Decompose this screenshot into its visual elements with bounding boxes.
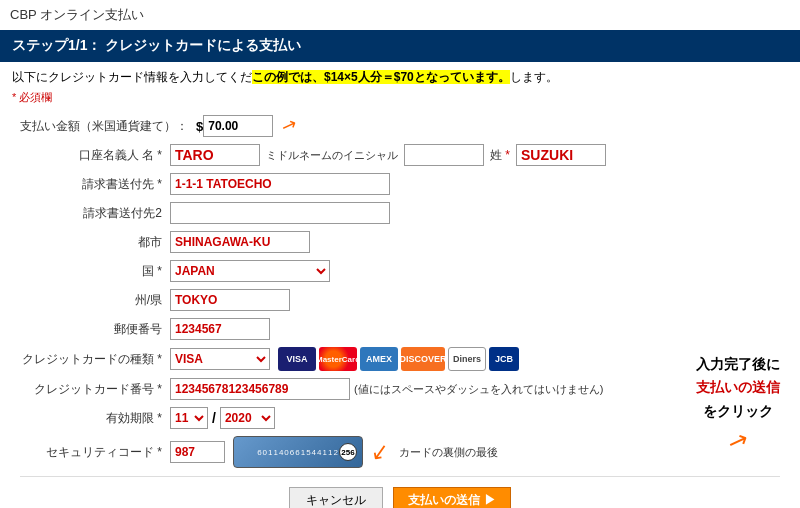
- page-wrapper: CBP オンライン支払い ステップ1/1： クレジットカードによる支払い 以下に…: [0, 0, 800, 508]
- address2-row: 請求書送付先2: [20, 202, 780, 224]
- address2-label: 請求書送付先2: [20, 205, 170, 222]
- expiry-year-select[interactable]: 2020 202120222023: [220, 407, 275, 429]
- cvv-highlight: 256: [339, 443, 357, 461]
- city-input[interactable]: [170, 231, 310, 253]
- security-row: セキュリティコード * 601140661544112 256 ↗ カードの裏側…: [20, 436, 780, 468]
- last-name-input[interactable]: [516, 144, 606, 166]
- amount-label: 支払い金額（米国通貨建て）：: [20, 118, 196, 135]
- discover-logo: DISCOVER: [401, 347, 445, 371]
- country-select[interactable]: JAPAN USA: [170, 260, 330, 282]
- expiry-row: 有効期限 * 11 010203 040506 070809 1012 / 20…: [20, 407, 780, 429]
- callout-arrow: ↙: [724, 425, 752, 458]
- submit-button[interactable]: 支払いの送信 ▶: [393, 487, 510, 508]
- callout-text: 入力完了後に 支払いの送信 をクリック: [696, 353, 780, 424]
- expiry-label: 有効期限 *: [20, 410, 170, 427]
- address1-row: 請求書送付先 *: [20, 173, 780, 195]
- cancel-button[interactable]: キャンセル: [289, 487, 383, 508]
- zip-label: 郵便番号: [20, 321, 170, 338]
- amount-prefix: $: [196, 119, 203, 134]
- city-row: 都市: [20, 231, 780, 253]
- card-note: (値にはスペースやダッシュを入れてはいけません): [354, 382, 603, 397]
- name-label: 口座名義人 名 *: [20, 147, 170, 164]
- card-number-row: クレジットカード番号 * (値にはスペースやダッシュを入れてはいけません): [20, 378, 780, 400]
- security-controls: 601140661544112 256 ↗ カードの裏側の最後: [170, 436, 498, 468]
- page-title: CBP オンライン支払い: [0, 0, 800, 30]
- card-type-label: クレジットカードの種類 *: [20, 351, 170, 368]
- amount-input[interactable]: [203, 115, 273, 137]
- zip-row: 郵便番号: [20, 318, 780, 340]
- card-image: 601140661544112 256: [233, 436, 363, 468]
- security-label: セキュリティコード *: [20, 444, 170, 461]
- country-row: 国 * JAPAN USA: [20, 260, 780, 282]
- card-type-row: クレジットカードの種類 * VISA MasterCard AMEX VISA …: [20, 347, 780, 371]
- amount-row: 支払い金額（米国通貨建て）： $ ↙: [20, 115, 780, 137]
- card-type-controls: VISA MasterCard AMEX VISA MasterCard AME…: [170, 347, 519, 371]
- arrow-icon-2: ↗: [369, 438, 391, 467]
- card-back-note: カードの裏側の最後: [399, 445, 498, 460]
- card-number-display: 601140661544112: [257, 448, 339, 457]
- state-input[interactable]: [170, 289, 290, 311]
- middle-label: ミドルネームのイニシャル: [266, 148, 398, 163]
- card-number-input[interactable]: [170, 378, 350, 400]
- state-row: 州/県: [20, 289, 780, 311]
- state-label: 州/県: [20, 292, 170, 309]
- country-label: 国 *: [20, 263, 170, 280]
- security-input[interactable]: [170, 441, 225, 463]
- step-header: ステップ1/1： クレジットカードによる支払い: [0, 30, 800, 62]
- subtitle: 以下にクレジットカード情報を入力してくだこの例では、$14×5人分＝$70となっ…: [0, 62, 800, 88]
- address1-label: 請求書送付先 *: [20, 176, 170, 193]
- arrow-icon: ↙: [278, 113, 300, 139]
- mastercard-logo: MasterCard: [319, 347, 357, 371]
- expiry-separator: /: [212, 410, 216, 426]
- amex-logo: AMEX: [360, 347, 398, 371]
- card-number-label: クレジットカード番号 *: [20, 381, 170, 398]
- bottom-bar: キャンセル 支払いの送信 ▶: [20, 476, 780, 508]
- middle-name-input[interactable]: [404, 144, 484, 166]
- callout-box: 入力完了後に 支払いの送信 をクリック ↙: [696, 353, 780, 456]
- card-type-select[interactable]: VISA MasterCard AMEX: [170, 348, 270, 370]
- expiry-month-select[interactable]: 11 010203 040506 070809 1012: [170, 407, 208, 429]
- address1-input[interactable]: [170, 173, 390, 195]
- address2-input[interactable]: [170, 202, 390, 224]
- name-fields: ミドルネームのイニシャル 姓 *: [170, 144, 606, 166]
- diners-logo: Diners: [448, 347, 486, 371]
- form-area: 支払い金額（米国通貨建て）： $ ↙ 口座名義人 名 * ミドルネームのイニシャ…: [0, 111, 800, 508]
- required-note: * 必須欄: [0, 88, 800, 111]
- zip-input[interactable]: [170, 318, 270, 340]
- name-row: 口座名義人 名 * ミドルネームのイニシャル 姓 *: [20, 144, 780, 166]
- jcb-logo: JCB: [489, 347, 519, 371]
- city-label: 都市: [20, 234, 170, 251]
- expiry-controls: 11 010203 040506 070809 1012 / 2020 2021…: [170, 407, 275, 429]
- card-logos: VISA MasterCard AMEX DISCOVER Diners JCB: [278, 347, 519, 371]
- last-name-label: 姓 *: [490, 147, 510, 164]
- first-name-input[interactable]: [170, 144, 260, 166]
- visa-logo: VISA: [278, 347, 316, 371]
- callout-submit: 支払いの送信: [696, 379, 780, 395]
